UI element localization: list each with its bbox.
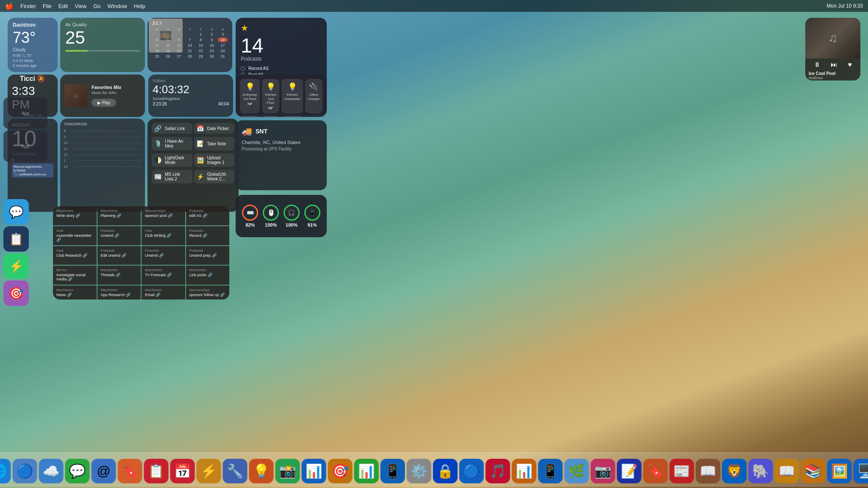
task-cell-16[interactable]: MacStoriesNews 🔗 bbox=[53, 286, 97, 299]
task-cell-14[interactable]: MacStoriesTV Forecast 🔗 bbox=[142, 266, 185, 285]
dock-toolbox[interactable]: 🔧 bbox=[223, 459, 248, 483]
dock-icloud[interactable]: ☁️ bbox=[39, 459, 64, 483]
task-cell-5[interactable]: PodcastsUnwind 🔗 bbox=[97, 226, 141, 245]
shortcut-light-dark[interactable]: 🌓Light/Dark Mode bbox=[152, 153, 192, 167]
dock-books[interactable]: 📚 bbox=[801, 459, 826, 483]
dock-screenshot[interactable]: 🖥️ bbox=[854, 459, 868, 483]
dock-shortcuts[interactable]: 💡 bbox=[249, 459, 274, 483]
dock-screenium[interactable]: 📸 bbox=[275, 459, 300, 483]
thumbnail-1[interactable]: App bbox=[3, 97, 47, 129]
shortcut-upload-images[interactable]: 🖼️Upload Images 1 bbox=[194, 153, 235, 167]
shortcut-date-picker[interactable]: 📅Date Picker bbox=[194, 123, 235, 134]
thumbnail-2[interactable]: App bbox=[3, 130, 47, 162]
menubar-go[interactable]: Go bbox=[93, 3, 100, 9]
menubar-window[interactable]: Window bbox=[108, 3, 127, 9]
sh-entryway[interactable]: 💡Entryway1st Floor74° bbox=[240, 79, 260, 114]
task-cell-9[interactable]: PodcastsEdit unwind 🔗 bbox=[97, 246, 141, 265]
shortcut-take-note[interactable]: 📝Take Note bbox=[194, 137, 235, 150]
dock-reminders[interactable]: 📋 bbox=[144, 459, 169, 483]
task-cell-11[interactable]: PodcastsUnwind prep 🔗 bbox=[186, 246, 230, 265]
dock-pockity[interactable]: 🎯 bbox=[328, 459, 353, 483]
dock-reeder5[interactable]: 📰 bbox=[670, 459, 694, 483]
dock-reeder[interactable]: ⚡ bbox=[197, 459, 221, 483]
task-cell-7[interactable]: PodcastsRecord 🔗 bbox=[186, 226, 230, 245]
sh-printer[interactable]: 🖨️OfficePrinter bbox=[262, 116, 279, 117]
menubar-edit[interactable]: Edit bbox=[58, 3, 68, 9]
dock-calendar[interactable]: 📅 bbox=[170, 459, 195, 483]
music-widget: ♫ Favorites Mix Music for John ▶ Play bbox=[60, 75, 145, 117]
album-art: ♫ bbox=[805, 18, 860, 58]
podcasts-count: 14 bbox=[241, 36, 322, 56]
task-cell-3[interactable]: Podcastsedit AS 🔗 bbox=[186, 206, 230, 225]
next-button[interactable]: ⏭ bbox=[831, 61, 837, 69]
task-cell-6[interactable]: ClubClub Writing 🔗 bbox=[142, 226, 185, 245]
shortcuts-app-icon[interactable]: ⚡ bbox=[3, 253, 29, 279]
task-cell-10[interactable]: PodcastsUnwind 🔗 bbox=[142, 246, 185, 265]
task-cell-12[interactable]: MS IncInvestigate social media 🔗 bbox=[53, 266, 97, 285]
dock-simulator[interactable]: 📱 bbox=[381, 459, 405, 483]
dock-messages[interactable]: 💬 bbox=[65, 459, 90, 483]
dock-preview[interactable]: 🖼️ bbox=[827, 459, 852, 483]
sh-kitchen[interactable]: 💡Kitchen2nd Floor75° bbox=[262, 79, 279, 114]
pause-button[interactable]: ⏸ bbox=[814, 61, 821, 69]
menubar-app-name[interactable]: Finder bbox=[20, 3, 36, 9]
dock-readwise[interactable]: 📖 bbox=[775, 459, 799, 483]
menubar-view[interactable]: View bbox=[75, 3, 86, 9]
dock-numbers[interactable]: 📊 bbox=[354, 459, 379, 483]
task-cell-15[interactable]: MacStoriesLink posts 🔗 bbox=[186, 266, 230, 285]
ups-truck-icon: 🚚 bbox=[242, 126, 252, 136]
sh-chandelier[interactable]: 💡KitchenChandelier bbox=[281, 79, 303, 114]
ups-status: Processing at UPS Facility bbox=[242, 147, 321, 151]
shortcut-idea[interactable]: 🎙️I Have An Idea bbox=[152, 137, 192, 150]
task-cell-13[interactable]: MacStoriesThreads 🔗 bbox=[97, 266, 141, 285]
task-cell-2[interactable]: Sponsorshipssponsor post 🔗 bbox=[142, 206, 185, 225]
menubar-help[interactable]: Help bbox=[134, 3, 145, 9]
messages-app-icon[interactable]: 💬 bbox=[3, 199, 29, 225]
dock-instagram[interactable]: 📷 bbox=[591, 459, 615, 483]
dock-charts[interactable]: 📊 bbox=[512, 459, 537, 483]
preview-image: 🎞️ bbox=[149, 19, 183, 53]
task-cell-18[interactable]: MacStoriesEmail 🔗 bbox=[142, 286, 185, 299]
weather-widget: Davidson 73° Cloudy H:85° L:70° 0.3 mi a… bbox=[8, 18, 58, 72]
dock-notebooks[interactable]: 📖 bbox=[696, 459, 721, 483]
sh-charger[interactable]: 🔌OfficeCharger bbox=[305, 79, 323, 114]
dock-tempi[interactable]: 🔵 bbox=[13, 459, 37, 483]
aq-title: Air Quality bbox=[65, 22, 140, 27]
shortcut-ms-link[interactable]: 📰MS Link Lists 2 bbox=[152, 170, 192, 183]
dock-craft[interactable]: 📝 bbox=[617, 459, 642, 483]
now-playing-controls[interactable]: ⏸ ⏭ ♥ bbox=[805, 58, 860, 71]
dock-goodlinks[interactable]: 🔖 bbox=[118, 459, 142, 483]
task-cell-19[interactable]: Sponsorshipssponsor follow up 🔗 bbox=[186, 286, 230, 299]
lamp-icon-2: 💡 bbox=[266, 82, 275, 92]
music-play-button[interactable]: ▶ Play bbox=[92, 99, 116, 107]
dock-1password[interactable]: 🔒 bbox=[433, 459, 458, 483]
dock-lungo[interactable]: 🌿 bbox=[565, 459, 589, 483]
dock-safari[interactable]: 🌐 bbox=[0, 459, 11, 483]
dock-goodlinks2[interactable]: 🔖 bbox=[643, 459, 668, 483]
dock-mastodon[interactable]: 🐘 bbox=[748, 459, 773, 483]
apple-menu[interactable]: 🍎 bbox=[5, 2, 14, 10]
shortcut-safari-link[interactable]: 🔗Safari Link bbox=[152, 123, 192, 134]
things-app-icon[interactable]: 🎯 bbox=[3, 280, 29, 306]
task-cell-0[interactable]: MacStoriesWrite story 🔗 bbox=[53, 206, 97, 225]
weather-temp: 73° bbox=[13, 29, 53, 47]
task-cell-17[interactable]: MacStoriesApp Research 🔗 bbox=[97, 286, 141, 299]
sh-overhead[interactable]: 💡OfficeOverhead bbox=[240, 116, 260, 117]
menubar-file[interactable]: File bbox=[43, 3, 52, 9]
task-cell-1[interactable]: MacStoriesPlanning 🔗 bbox=[97, 206, 141, 225]
reminders-app-icon[interactable]: 📋 bbox=[3, 226, 29, 252]
dock-outlook[interactable]: 🔵 bbox=[459, 459, 484, 483]
shortcut-global-util[interactable]: ⚡GlobalUtil: Week C... bbox=[194, 170, 235, 183]
task-cell-4[interactable]: ClubAssemble newsletter 🔗 bbox=[53, 226, 97, 245]
dock-sysprefs[interactable]: ⚙️ bbox=[407, 459, 431, 483]
sh-workday[interactable]: 💼Workday bbox=[281, 116, 303, 117]
dock-music[interactable]: 🎵 bbox=[486, 459, 510, 483]
heart-button[interactable]: ♥ bbox=[848, 61, 852, 69]
podcast-option-1[interactable]: Record AS bbox=[241, 66, 322, 71]
dock-mela[interactable]: 🦁 bbox=[722, 459, 747, 483]
task-cell-8[interactable]: ClubClub Research 🔗 bbox=[53, 246, 97, 265]
dock-testflight[interactable]: 📱 bbox=[538, 459, 563, 483]
tasks-grid: MacStoriesWrite story 🔗 MacStoriesPlanni… bbox=[53, 206, 229, 299]
dock-mimestream[interactable]: @ bbox=[92, 459, 116, 483]
dock-tasks[interactable]: 📊 bbox=[302, 459, 326, 483]
